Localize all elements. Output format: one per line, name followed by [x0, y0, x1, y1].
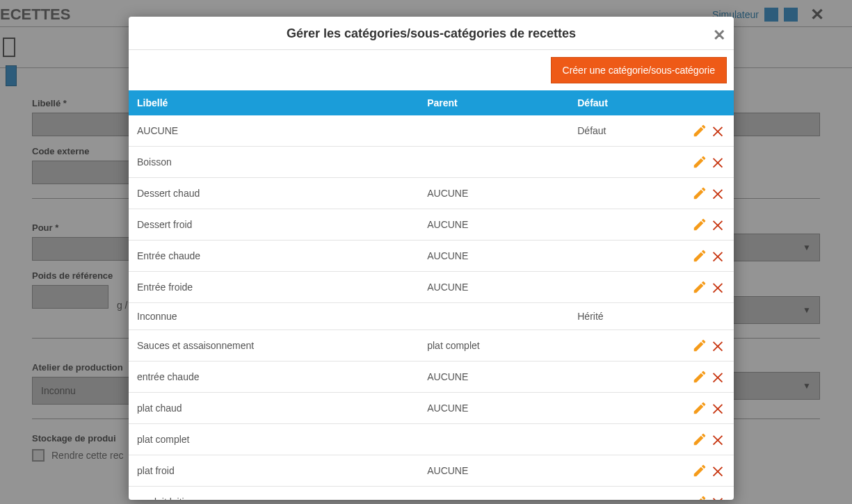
edit-icon[interactable]	[692, 123, 707, 138]
cell-defaut	[569, 241, 671, 272]
cell-defaut: Hérité	[569, 303, 671, 330]
cell-parent: AUCUNE	[419, 241, 569, 272]
cell-libelle: produit laitier	[129, 487, 419, 501]
cell-actions	[671, 147, 734, 178]
cell-actions	[671, 393, 734, 424]
cell-parent: AUCUNE	[419, 178, 569, 209]
delete-icon[interactable]	[710, 432, 725, 447]
cell-actions	[671, 115, 734, 147]
cell-defaut	[569, 147, 671, 178]
delete-icon[interactable]	[710, 463, 725, 478]
cell-libelle: plat froid	[129, 455, 419, 487]
table-row: entrée chaudeAUCUNE	[129, 361, 734, 393]
cell-defaut	[569, 487, 671, 501]
edit-icon[interactable]	[692, 432, 707, 447]
cell-defaut	[569, 272, 671, 303]
delete-icon[interactable]	[710, 123, 725, 138]
edit-icon[interactable]	[692, 217, 707, 232]
col-defaut: Défaut	[569, 90, 671, 115]
col-actions	[671, 90, 734, 115]
create-category-button[interactable]: Créer une catégorie/sous-catégorie	[551, 57, 727, 83]
delete-icon[interactable]	[710, 369, 725, 384]
cell-libelle: Sauces et assaisonnement	[129, 330, 419, 361]
table-row: InconnueHérité	[129, 303, 734, 330]
close-icon[interactable]: ✕	[713, 26, 725, 44]
cell-parent	[419, 147, 569, 178]
cell-actions	[671, 455, 734, 487]
edit-icon[interactable]	[692, 279, 707, 295]
delete-icon[interactable]	[710, 494, 725, 500]
categories-modal: Gérer les catégories/sous-catégories de …	[129, 17, 734, 500]
cell-parent	[419, 424, 569, 455]
cell-libelle: Entrée chaude	[129, 241, 419, 272]
cell-parent	[419, 115, 569, 147]
cell-actions	[671, 272, 734, 303]
edit-icon[interactable]	[692, 494, 707, 500]
edit-icon[interactable]	[692, 400, 707, 416]
delete-icon[interactable]	[710, 217, 725, 232]
cell-parent: AUCUNE	[419, 272, 569, 303]
modal-body: Créer une catégorie/sous-catégorie Libel…	[129, 50, 734, 500]
table-row: Boisson	[129, 147, 734, 178]
cell-parent: AUCUNE	[419, 209, 569, 241]
col-parent: Parent	[419, 90, 569, 115]
cell-defaut: Défaut	[569, 115, 671, 147]
table-row: Dessert chaudAUCUNE	[129, 178, 734, 209]
delete-icon[interactable]	[710, 154, 725, 170]
delete-icon[interactable]	[710, 400, 725, 416]
modal-title: Gérer les catégories/sous-catégories de …	[287, 26, 576, 40]
cell-parent: AUCUNE	[419, 455, 569, 487]
cell-actions	[671, 178, 734, 209]
categories-table: Libellé Parent Défaut AUCUNEDéfautBoisso…	[129, 90, 734, 500]
cell-defaut	[569, 178, 671, 209]
edit-icon[interactable]	[692, 369, 707, 384]
cell-parent	[419, 487, 569, 501]
cell-actions	[671, 209, 734, 241]
cell-libelle: Inconnue	[129, 303, 419, 330]
delete-icon[interactable]	[710, 279, 725, 295]
cell-defaut	[569, 455, 671, 487]
cell-libelle: Boisson	[129, 147, 419, 178]
edit-icon[interactable]	[692, 338, 707, 353]
cell-actions	[671, 330, 734, 361]
edit-icon[interactable]	[692, 154, 707, 170]
table-row: plat chaudAUCUNE	[129, 393, 734, 424]
cell-defaut	[569, 424, 671, 455]
table-row: plat froidAUCUNE	[129, 455, 734, 487]
table-row: plat complet	[129, 424, 734, 455]
cell-libelle: plat chaud	[129, 393, 419, 424]
cell-libelle: AUCUNE	[129, 115, 419, 147]
cell-actions	[671, 424, 734, 455]
cell-defaut	[569, 393, 671, 424]
table-row: produit laitier	[129, 487, 734, 501]
delete-icon[interactable]	[710, 338, 725, 353]
cell-parent: AUCUNE	[419, 393, 569, 424]
cell-libelle: Dessert froid	[129, 209, 419, 241]
modal-header: Gérer les catégories/sous-catégories de …	[129, 17, 734, 50]
col-libelle: Libellé	[129, 90, 419, 115]
table-row: Entrée chaudeAUCUNE	[129, 241, 734, 272]
table-row: Dessert froidAUCUNE	[129, 209, 734, 241]
table-row: AUCUNEDéfaut	[129, 115, 734, 147]
edit-icon[interactable]	[692, 248, 707, 263]
cell-actions	[671, 487, 734, 501]
table-row: Sauces et assaisonnementplat complet	[129, 330, 734, 361]
cell-libelle: entrée chaude	[129, 361, 419, 393]
cell-parent: plat complet	[419, 330, 569, 361]
delete-icon[interactable]	[710, 186, 725, 201]
cell-parent: AUCUNE	[419, 361, 569, 393]
cell-defaut	[569, 330, 671, 361]
cell-defaut	[569, 209, 671, 241]
delete-icon[interactable]	[710, 248, 725, 263]
cell-actions	[671, 241, 734, 272]
cell-actions	[671, 303, 734, 330]
edit-icon[interactable]	[692, 463, 707, 478]
cell-libelle: Dessert chaud	[129, 178, 419, 209]
table-row: Entrée froideAUCUNE	[129, 272, 734, 303]
cell-libelle: plat complet	[129, 424, 419, 455]
cell-parent	[419, 303, 569, 330]
edit-icon[interactable]	[692, 186, 707, 201]
cell-libelle: Entrée froide	[129, 272, 419, 303]
cell-defaut	[569, 361, 671, 393]
cell-actions	[671, 361, 734, 393]
